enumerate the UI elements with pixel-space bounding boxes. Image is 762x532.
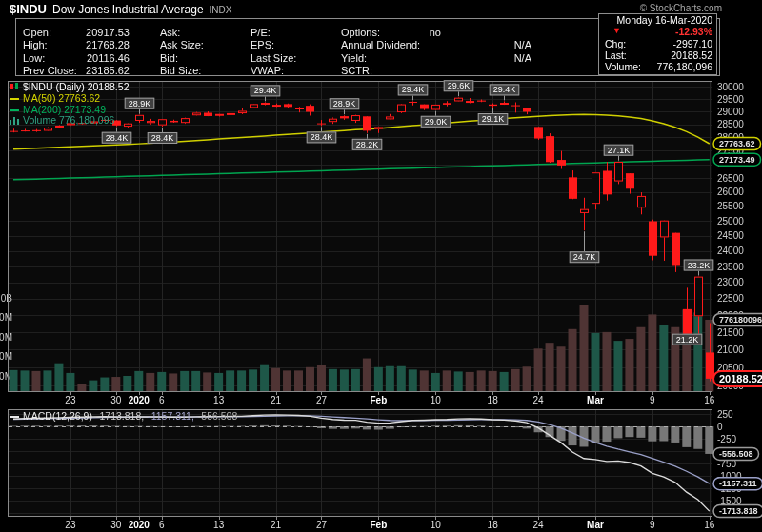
volume-bars-icon — [10, 115, 20, 128]
volume-value: 776,180,096 — [657, 61, 712, 72]
macd-line-icon — [10, 416, 19, 418]
session-info-box: Monday 16-Mar-2020 ▼-12.93% Chg:-2997.10… — [598, 13, 717, 75]
candlestick-icon — [10, 82, 20, 94]
ask-label: Ask: — [160, 27, 180, 38]
volume-legend-label: Volume 776,180,096 — [23, 115, 114, 127]
prev-close-value: 23185.62 — [86, 65, 130, 76]
high-label: High: — [23, 39, 48, 50]
macd-signal-value: -1157.311, — [148, 410, 194, 422]
annual-dividend-label: Annual Dividend: — [341, 39, 420, 50]
ticker-symbol: $INDU — [10, 2, 47, 16]
options-label: Options: — [341, 27, 380, 38]
series-legend-label: $INDU (Daily) 20188.52 — [23, 81, 129, 92]
chg-label: Chg: — [605, 38, 626, 49]
ticker-name: Dow Jones Industrial Average — [52, 3, 204, 16]
ticker-exchange: INDX — [210, 5, 232, 15]
sctr-label: SCTR: — [341, 65, 372, 76]
chg-value: -2997.10 — [673, 38, 712, 49]
vwap-label: VWAP: — [251, 65, 284, 76]
pe-label: P/E: — [251, 27, 271, 38]
bid-label: Bid: — [160, 52, 178, 64]
last-value: 20188.52 — [671, 49, 712, 61]
price-legend: $INDU (Daily) 20188.52 MA(50) 27763.62 M… — [10, 82, 129, 127]
eps-label: EPS: — [251, 39, 274, 50]
annual-dividend-value: N/A — [514, 39, 531, 50]
macd-legend-label: MACD(12,26,9) — [23, 410, 92, 422]
last-size-label: Last Size: — [251, 52, 296, 64]
macd-hist-value: -556.508 — [198, 410, 237, 422]
ma50-line-icon — [10, 98, 19, 100]
bid-size-label: Bid Size: — [160, 65, 201, 76]
ma50-legend-label: MA(50) 27763.62 — [23, 92, 100, 104]
quote-col-options: Options:no Annual Dividend:N/A Yield:N/A… — [341, 27, 531, 78]
volume-label: Volume: — [605, 61, 641, 72]
quote-col-bid-ask: Ask: Ask Size: Bid: Bid Size: — [160, 27, 246, 78]
quote-col-fundamentals: P/E: EPS: Last Size: VWAP: — [251, 27, 336, 78]
quote-col-ohlc: Open:20917.53 High:21768.28 Low:20116.46… — [23, 27, 130, 78]
last-label: Last: — [605, 49, 627, 61]
ma200-line-icon — [10, 109, 19, 111]
high-value: 21768.28 — [86, 39, 130, 50]
stockcharts-watermark: © StockCharts.com — [640, 3, 722, 13]
open-label: Open: — [23, 27, 51, 38]
macd-pane — [8, 409, 712, 517]
yield-value: N/A — [514, 52, 531, 64]
price-pane — [8, 81, 712, 392]
low-value: 20116.46 — [87, 52, 130, 64]
macd-value: -1713.818, — [96, 410, 144, 422]
yield-label: Yield: — [341, 52, 367, 64]
open-value: 20917.53 — [86, 27, 130, 38]
down-triangle-icon: ▼ — [612, 26, 621, 35]
macd-legend: MACD(12,26,9)-1713.818,-1157.311,-556.50… — [10, 410, 237, 422]
prev-close-label: Prev Close: — [23, 65, 77, 76]
session-date: Monday 16-Mar-2020 — [617, 14, 712, 26]
options-value: no — [430, 27, 441, 38]
chart-title-row: $INDUDow Jones Industrial AverageINDX — [10, 2, 231, 16]
low-label: Low: — [23, 52, 45, 64]
ask-size-label: Ask Size: — [160, 39, 204, 50]
percent-change: -12.93% — [675, 26, 712, 37]
stockcharts-chart-page: $INDUDow Jones Industrial AverageINDX © … — [0, 0, 762, 532]
ma200-legend-label: MA(200) 27173.49 — [23, 104, 106, 115]
